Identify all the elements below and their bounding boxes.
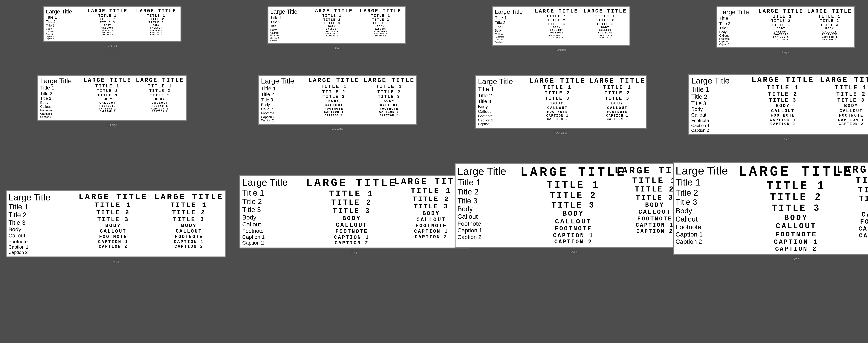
text-style-title3: TITLE 3: [149, 21, 164, 24]
text-style-title1: TITLE 1: [411, 187, 452, 196]
text-style-footnote: Footnote: [8, 239, 28, 245]
text-style-title2: TITLE 2: [770, 192, 823, 203]
column-system: Large TitleTitle 1Title 2Title 3BodyCall…: [8, 192, 72, 255]
text-style-title1: TITLE 1: [546, 14, 567, 19]
text-style-body: Body: [46, 27, 52, 30]
text-style-footnote: FOOTNOTE: [547, 110, 568, 114]
size-category-xxlarge: Large TitleTitle 1Title 2Title 3BodyCall…: [258, 75, 417, 131]
text-style-footnote: Footnote: [270, 34, 279, 37]
text-style-large-title: LARGE TITLE: [758, 8, 803, 14]
text-style-callout: Callout: [242, 221, 261, 228]
column-pixel-a: LARGE TITLETITLE 1TITLE 2TITLE 3BODYCALL…: [72, 192, 154, 255]
text-style-caption2: CAPTION 2: [380, 114, 398, 117]
text-style-caption1: Caption 1: [40, 112, 52, 115]
text-style-footnote: FOOTNOTE: [598, 32, 612, 34]
text-style-large-title: Large Title: [242, 177, 288, 188]
text-style-callout: CALLOUT: [771, 108, 795, 113]
column-pixel-a: LARGE TITLETITLE 1TITLE 2TITLE 3BODYCALL…: [745, 76, 820, 133]
text-style-title1: Title 1: [719, 16, 733, 21]
text-style-callout: CALLOUT: [326, 28, 338, 31]
text-style-title2: Title 2: [242, 198, 262, 206]
text-style-title2: TITLE 2: [377, 90, 401, 95]
text-style-title1: TITLE 1: [376, 84, 402, 90]
text-style-body: Body: [270, 28, 277, 31]
text-style-caption2: Caption 2: [8, 250, 28, 255]
text-style-title3: TITLE 3: [323, 95, 345, 99]
text-style-title3: Title 3: [478, 99, 491, 104]
column-pixel-b: LARGE TITLETITLE 1TITLE 2TITLE 3BODYCALL…: [134, 8, 179, 40]
text-style-caption1: Caption 1: [242, 234, 265, 240]
column-system: Large TitleTitle 1Title 2Title 3BodyCall…: [719, 8, 755, 46]
text-style-title1: Title 1: [457, 177, 481, 187]
text-style-title1: TITLE 1: [321, 84, 347, 90]
text-style-title3: TITLE 3: [548, 23, 565, 26]
column-pixel-b: LARGE TITLETITLE 1TITLE 2TITLE 3BODYCALL…: [583, 8, 628, 43]
text-style-caption1: Caption 1: [46, 35, 54, 38]
text-style-title2: TITLE 2: [604, 91, 630, 96]
text-style-title1: TITLE 1: [632, 176, 677, 186]
text-style-caption1: CAPTION 1: [98, 240, 128, 244]
text-style-caption2: Caption 2: [676, 238, 702, 245]
text-style-caption1: CAPTION 1: [374, 33, 387, 35]
type-specimen-card: Large TitleTitle 1Title 2Title 3BodyCall…: [492, 6, 630, 46]
column-pixel-a: LARGE TITLETITLE 1TITLE 2TITLE 3BODYCALL…: [82, 8, 134, 40]
text-style-title3: TITLE 3: [545, 96, 569, 101]
text-style-body: Body: [457, 205, 473, 213]
text-style-caption1: Caption 1: [719, 40, 730, 43]
size-category-label: Small: [332, 46, 342, 50]
text-style-large-title: LARGE TITLE: [155, 192, 223, 201]
text-style-body: BODY: [611, 101, 623, 106]
text-style-callout: Callout: [691, 112, 706, 118]
text-style-title3: TITLE 3: [605, 96, 629, 101]
type-specimen-card: Large TitleTitle 1Title 2Title 3BodyCall…: [37, 75, 187, 121]
text-style-caption2: CAPTION 2: [774, 39, 788, 41]
text-style-title3: TITLE 3: [820, 23, 839, 27]
text-style-callout: CALLOUT: [380, 103, 398, 107]
text-style-large-title: LARGE TITLE: [529, 77, 586, 84]
text-style-title1: TITLE 1: [543, 84, 572, 91]
text-style-title2: TITLE 2: [323, 18, 341, 22]
size-category-label: AX 2: [111, 259, 121, 264]
text-style-large-title: Large Title: [719, 8, 749, 16]
text-style-caption2: CAPTION 2: [325, 114, 343, 117]
text-style-title1: TITLE 1: [595, 14, 615, 19]
text-style-body: BODY: [383, 99, 395, 103]
text-style-title2: Title 2: [719, 21, 730, 26]
text-style-large-title: LARGE TITLE: [584, 8, 627, 14]
text-style-footnote: Footnote: [691, 118, 709, 123]
text-style-title2: Title 2: [457, 187, 478, 196]
dynamic-type-size-board: Large TitleTitle 1Title 2Title 3BodyCall…: [0, 0, 868, 343]
text-style-callout: Callout: [457, 213, 478, 220]
column-pixel-a: LARGE TITLETITLE 1TITLE 2TITLE 3BODYCALL…: [530, 8, 583, 43]
text-style-title1: TITLE 1: [835, 84, 868, 91]
type-specimen-card: Large TitleTitle 1Title 2Title 3BodyCall…: [240, 175, 469, 248]
text-style-large-title: LARGE TITLE: [752, 76, 814, 84]
text-style-title2: TITLE 2: [413, 196, 450, 203]
text-style-title3: Title 3: [719, 26, 730, 30]
text-style-title2: Title 2: [478, 93, 492, 99]
text-style-callout: Callout: [46, 30, 53, 33]
text-style-title3: Title 3: [270, 24, 279, 28]
type-specimen-card: Large TitleTitle 1Title 2Title 3BodyCall…: [475, 75, 647, 129]
text-style-large-title: LARGE TITLE: [79, 192, 148, 201]
type-specimen-card: Large TitleTitle 1Title 2Title 3BodyCall…: [43, 6, 182, 42]
text-style-caption1: CAPTION 1: [859, 226, 868, 233]
text-style-caption2: CAPTION 2: [554, 239, 592, 245]
text-style-title1: Title 1: [495, 15, 507, 21]
text-style-large-title: LARGE TITLE: [308, 77, 360, 84]
text-style-title2: TITLE 2: [596, 19, 614, 23]
text-style-title1: Title 1: [676, 177, 701, 188]
text-style-footnote: FOOTNOTE: [374, 30, 387, 33]
text-style-large-title: LARGE TITLE: [535, 8, 578, 14]
text-style-footnote: Footnote: [495, 36, 504, 38]
text-style-title2: Title 2: [261, 92, 274, 97]
text-style-title1: TITLE 1: [603, 84, 632, 91]
text-style-body: BODY: [645, 202, 664, 209]
text-style-caption2: CAPTION 2: [859, 233, 868, 239]
column-pixel-a: LARGE TITLETITLE 1TITLE 2TITLE 3BODYCALL…: [525, 77, 590, 126]
column-pixel-b: LARGE TITLETITLE 1TITLE 2TITLE 3BODYCALL…: [135, 77, 184, 118]
text-style-title3: TITLE 3: [150, 93, 170, 98]
text-style-title3: TITLE 3: [414, 203, 448, 210]
text-style-title3: TITLE 3: [100, 21, 115, 24]
size-category-label: AX 5: [792, 257, 801, 262]
